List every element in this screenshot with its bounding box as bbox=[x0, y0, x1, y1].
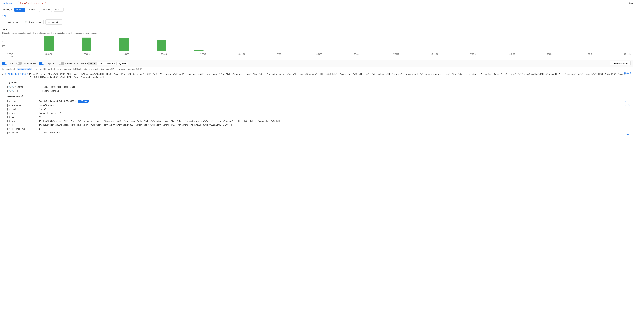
total-bytes-text: Total bytes processed: 1.31 MB bbox=[116, 68, 143, 70]
range-indicator-panel: 22:36:43 Startofrange 22:36:27 bbox=[623, 71, 632, 136]
stats-icon-responseTime[interactable]: ▐ bbox=[6, 128, 8, 130]
field-key-level: level bbox=[12, 108, 38, 110]
zoom-in-icon-2[interactable]: 🔍 bbox=[8, 90, 11, 92]
wrap-lines-toggle[interactable] bbox=[39, 62, 44, 65]
inspector-button[interactable]: ⓘ Inspector bbox=[46, 20, 62, 24]
query-history-button[interactable]: 🕐 Query history bbox=[22, 20, 43, 24]
time-label-6: 22:36:33 bbox=[238, 53, 245, 55]
dedup-item: Dedup None Exact Numbers Signature bbox=[81, 62, 128, 65]
chart-y-labels: 300 200 100 0 bbox=[2, 36, 7, 52]
eye-icon-spanId[interactable]: 👁 bbox=[8, 132, 10, 134]
time-label-10: 22:36:37 bbox=[393, 53, 399, 55]
field-key-msg: msg bbox=[12, 112, 38, 114]
time-label-11: 22:36:38 bbox=[431, 53, 438, 55]
wrap-lines-label: Wrap lines bbox=[46, 62, 56, 64]
help-link[interactable]: Help › bbox=[2, 14, 8, 16]
history-icon: 🕐 bbox=[25, 21, 28, 23]
eye-icon-TraceID[interactable]: 👁 bbox=[8, 100, 10, 102]
common-labels-text: Common labels: bbox=[2, 68, 16, 70]
y-label-0: 0 bbox=[2, 50, 6, 52]
wrap-lines-item: Wrap lines bbox=[39, 62, 56, 65]
tempo-button[interactable]: ↗ Tempo bbox=[78, 100, 89, 103]
time-label-12: 22:36:39 bbox=[470, 53, 476, 55]
logs-info-text: This datasource does not support full-ra… bbox=[2, 32, 631, 34]
field-icons-pid: ▐ 👁 bbox=[6, 116, 10, 118]
stats-icon-msg[interactable]: ▐ bbox=[6, 112, 8, 114]
field-value-spanId: "24f22b12a77a02d2" bbox=[39, 132, 631, 134]
query-type-row: Query type Range Instant Line limit bbox=[0, 6, 644, 13]
field-value-hostname: "6a00fffd48d8" bbox=[39, 104, 631, 106]
breadcrumb-link[interactable]: Log browser bbox=[2, 2, 14, 4]
log-entry-header[interactable]: ▼ 2021-08-05 22:36:32 {"level":"info","t… bbox=[2, 73, 631, 78]
common-labels-bar: Common labels: nestjs-example Line limit… bbox=[0, 67, 632, 71]
minus-icon-btn[interactable]: − bbox=[639, 1, 642, 5]
time-label-5: 22:36:32 bbox=[200, 53, 206, 55]
eye-icon-req[interactable]: 👁 bbox=[8, 120, 10, 122]
bar-chart-icon[interactable]: ▐ bbox=[6, 86, 8, 88]
dedup-none[interactable]: None bbox=[89, 62, 97, 65]
query-input[interactable] bbox=[18, 1, 628, 5]
eye-icon-msg[interactable]: 👁 bbox=[8, 112, 10, 114]
zoom-in-icon[interactable]: 🔍 bbox=[8, 86, 11, 88]
log-content: {"level":"info","time":1628220992133,"pi… bbox=[29, 73, 631, 78]
unique-labels-label: Unique labels bbox=[23, 62, 36, 64]
view-icon-btn[interactable]: 👁 bbox=[634, 1, 638, 5]
chart-time-labels: 22:36:27 22:36:28 22:36:29 22:36:30 22:3… bbox=[7, 53, 631, 55]
stats-icon-TraceID[interactable]: ▐ bbox=[6, 100, 8, 102]
log-labels-title: Log labels bbox=[6, 81, 631, 84]
field-icons-msg: ▐ 👁 bbox=[6, 112, 10, 114]
expand-icon[interactable]: ▼ bbox=[2, 73, 3, 76]
dedup-signature[interactable]: Signature bbox=[116, 62, 128, 65]
start-of-range-label: Startofrange bbox=[625, 102, 631, 106]
zoom-out-icon-2[interactable]: 🔍 bbox=[12, 90, 14, 92]
eye-icon-level[interactable]: 👁 bbox=[8, 108, 10, 110]
eye-icon-res[interactable]: 👁 bbox=[8, 124, 10, 126]
add-query-button[interactable]: + + Add query bbox=[2, 20, 20, 24]
zoom-out-icon[interactable]: 🔍 bbox=[12, 86, 14, 88]
flip-results-button[interactable]: Flip results order bbox=[610, 61, 631, 66]
time-toggle[interactable] bbox=[2, 62, 8, 65]
eye-icon-pid[interactable]: 👁 bbox=[8, 116, 10, 118]
time-label-0: 22:36:27 bbox=[7, 53, 13, 55]
job-key: job bbox=[15, 90, 41, 92]
dedup-exact[interactable]: Exact bbox=[97, 62, 105, 65]
chart-area bbox=[7, 36, 631, 52]
auto-input[interactable] bbox=[54, 8, 64, 12]
stats-icon-res[interactable]: ▐ bbox=[6, 124, 8, 126]
time-display: 0.3s bbox=[629, 2, 633, 4]
stats-icon-level[interactable]: ▐ bbox=[6, 108, 8, 110]
tab-line-limit[interactable]: Line limit bbox=[39, 8, 52, 12]
field-key-TraceID: TraceID bbox=[12, 100, 38, 102]
stats-icon-hostname[interactable]: ▐ bbox=[6, 104, 8, 106]
log-label-job-row: ▐ 🔍 🔍 job nestjs-example bbox=[6, 89, 631, 93]
tab-instant[interactable]: Instant bbox=[27, 8, 37, 12]
chart-legend: info bbox=[2, 56, 631, 58]
tab-range[interactable]: Range bbox=[14, 8, 25, 12]
field-icons-responseTime: ▐ 👁 bbox=[6, 128, 10, 130]
help-row: Help › bbox=[0, 13, 644, 18]
time-label: Time bbox=[8, 62, 13, 64]
dedup-numbers[interactable]: Numbers bbox=[105, 62, 116, 65]
dedup-group: None Exact Numbers Signature bbox=[88, 62, 128, 65]
stats-icon-pid[interactable]: ▐ bbox=[6, 116, 8, 118]
stats-icon-req[interactable]: ▐ bbox=[6, 120, 8, 122]
main-content: Logs This datasource does not support fu… bbox=[0, 26, 644, 136]
bar-chart-icon-2[interactable]: ▐ bbox=[6, 90, 8, 92]
field-row-hostname: ▐ 👁 hostname "6a00fffd48d8" bbox=[6, 104, 631, 107]
log-label-job-icons: ▐ 🔍 🔍 bbox=[6, 90, 14, 92]
time-label-3: 22:36:30 bbox=[122, 53, 129, 55]
log-label-filename-icons: ▐ 🔍 🔍 bbox=[6, 86, 14, 88]
eye-icon-hostname[interactable]: 👁 bbox=[8, 104, 10, 106]
prettify-json-toggle[interactable] bbox=[59, 62, 64, 65]
field-icons-req: ▐ 👁 bbox=[6, 120, 10, 122]
field-key-req: req bbox=[12, 120, 38, 122]
field-icons-hostname: ▐ 👁 bbox=[6, 104, 10, 106]
unique-labels-toggle[interactable] bbox=[16, 62, 22, 65]
plus-icon: + bbox=[4, 21, 6, 23]
query-type-label: Query type bbox=[2, 8, 12, 11]
field-row-pid: ▐ 👁 pid 41 bbox=[6, 115, 631, 119]
y-label-100: 100 bbox=[2, 45, 6, 47]
stats-icon-spanId[interactable]: ▐ bbox=[6, 132, 8, 134]
eye-icon-responseTime[interactable]: 👁 bbox=[8, 128, 10, 130]
field-row-res: ▐ 👁 res {"statusCode":200,"headers":{"x-… bbox=[6, 123, 631, 127]
